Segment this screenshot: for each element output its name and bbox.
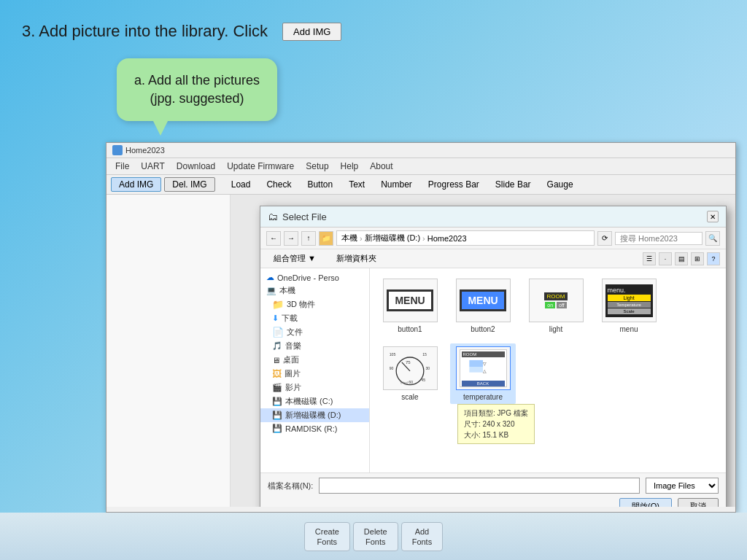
del-img-toolbar-btn[interactable]: Del. IMG <box>164 177 214 192</box>
file-thumb-temperature: ROOM ▽ △ BAC <box>456 346 511 390</box>
dialog-body: ☁ OneDrive - Perso 💻 本機 📁 3D 物件 ⬇ 下載 � <box>260 268 726 472</box>
file-name-temperature: temperature <box>463 393 503 401</box>
menu-uart[interactable]: UART <box>135 160 170 173</box>
file-temperature[interactable]: ROOM ▽ △ BAC <box>450 343 516 404</box>
sidebar-music[interactable]: 🎵 音樂 <box>260 339 369 353</box>
filename-input[interactable] <box>319 478 640 494</box>
svg-text:30: 30 <box>425 366 430 370</box>
sidebar-videos[interactable]: 🎬 影片 <box>260 381 369 394</box>
dialog-close-button[interactable]: ✕ <box>707 211 719 222</box>
content-area: 🗂 Select File ✕ ← → ↑ 📁 本機 › 新增 <box>107 195 735 507</box>
svg-text:75: 75 <box>406 360 411 365</box>
progress-bar-btn[interactable]: Progress Bar <box>421 178 487 191</box>
nav-forward-button[interactable]: → <box>284 231 298 246</box>
menu-about[interactable]: About <box>364 160 398 173</box>
svg-rect-11 <box>469 367 483 372</box>
svg-text:60: 60 <box>409 380 413 384</box>
temp-preview: ROOM ▽ △ BAC <box>460 349 507 387</box>
tooltip-type: 項目類型: JPG 檔案 <box>464 408 528 419</box>
footer-row2: 開啟(O) 取消 <box>268 498 719 507</box>
file-name-button2: button2 <box>471 325 495 333</box>
text-btn[interactable]: Text <box>341 178 372 191</box>
add-img-button[interactable]: Add IMG <box>282 23 341 41</box>
check-btn[interactable]: Check <box>259 178 298 191</box>
sidebar-downloads[interactable]: ⬇ 下載 <box>260 311 369 325</box>
menu1-preview: MENU <box>387 289 433 311</box>
add-fonts-button[interactable]: Add Fonts <box>401 522 444 551</box>
filetype-dropdown[interactable]: Image Files <box>646 478 719 494</box>
view-btn-5[interactable]: ? <box>707 252 720 265</box>
dialog-cancel-button[interactable]: 取消 <box>678 498 719 507</box>
menu-file[interactable]: File <box>109 160 135 173</box>
file-dialog: 🗂 Select File ✕ ← → ↑ 📁 本機 › 新增 <box>260 206 727 507</box>
delete-fonts-button[interactable]: Delete Fonts <box>353 522 398 551</box>
file-button2[interactable]: MENU button2 <box>450 276 516 336</box>
dialog-title: 🗂 Select File <box>268 211 327 222</box>
nav-search-input[interactable] <box>615 232 703 245</box>
app-toolbar: Add IMG Del. IMG Load Check Button Text … <box>107 175 735 195</box>
organize-btn[interactable]: 組合管理 ▼ <box>266 252 323 265</box>
number-btn[interactable]: Number <box>374 178 419 191</box>
view-btn-3[interactable]: ▤ <box>675 252 688 265</box>
nav-folder-icon: 📁 <box>319 231 333 246</box>
sidebar-3d[interactable]: 📁 3D 物件 <box>260 298 369 311</box>
button-btn[interactable]: Button <box>300 178 340 191</box>
file-menu[interactable]: menu. Light Temperature Scale menu <box>596 276 662 336</box>
file-name-menu: menu <box>619 325 638 333</box>
app-icon <box>112 145 123 155</box>
file-thumb-button2: MENU <box>456 279 511 322</box>
load-btn[interactable]: Load <box>224 178 258 191</box>
menu-update[interactable]: Update Firmware <box>221 160 300 173</box>
toolbar-left: Add IMG Del. IMG <box>111 177 215 192</box>
sidebar-desktop[interactable]: 🖥 桌面 <box>260 353 369 367</box>
dialog-title-text: Select File <box>282 211 327 222</box>
menu-download[interactable]: Download <box>171 160 221 173</box>
nav-refresh-button[interactable]: ⟳ <box>597 231 612 246</box>
breadcrumb-machine[interactable]: 本機 <box>341 233 357 244</box>
main-area: 🗂 Select File ✕ ← → ↑ 📁 本機 › 新增 <box>231 195 735 507</box>
file-button1[interactable]: MENU button1 <box>377 276 443 336</box>
view-btn-1[interactable]: ☰ <box>643 252 656 265</box>
toolbar-right: Load Check Button Text Number Progress B… <box>224 178 581 191</box>
menu-setup[interactable]: Setup <box>300 160 334 173</box>
slide-bar-btn[interactable]: Slide Bar <box>488 178 538 191</box>
toolbar2-left: 組合管理 ▼ 新增資料夾 <box>266 252 384 265</box>
sidebar-local-machine[interactable]: 💻 本機 <box>260 284 369 298</box>
step-number: 3. <box>22 22 35 40</box>
breadcrumb-drive[interactable]: 新增磁碟機 (D:) <box>365 233 420 244</box>
dialog-nav-bar: ← → ↑ 📁 本機 › 新增磁碟機 (D:) › Home2023 ⟳ <box>260 228 726 249</box>
dialog-footer: 檔案名稱(N): Image Files 開啟(O) 取消 <box>260 472 726 507</box>
nav-search-button[interactable]: 🔍 <box>705 231 720 246</box>
breadcrumb: 本機 › 新增磁碟機 (D:) › Home2023 <box>341 233 467 244</box>
svg-text:15: 15 <box>422 352 427 357</box>
sidebar-pictures[interactable]: 🖼 圖片 <box>260 367 369 381</box>
dialog-open-button[interactable]: 開啟(O) <box>619 498 672 507</box>
tooltip-line2: (jpg. suggested) <box>150 91 244 106</box>
file-name-light: light <box>549 325 562 333</box>
view-btn-4[interactable]: ⊞ <box>691 252 704 265</box>
sidebar-drive-c[interactable]: 💾 本機磁碟 (C:) <box>260 394 369 408</box>
nav-up-button[interactable]: ↑ <box>301 231 316 246</box>
svg-rect-10 <box>469 360 483 367</box>
nav-path: 本機 › 新增磁碟機 (D:) › Home2023 <box>336 230 595 246</box>
sidebar-ramdisk[interactable]: 💾 RAMDISK (R:) <box>260 422 369 435</box>
sidebar-drive-d[interactable]: 💾 新增磁碟機 (D:) <box>260 408 369 422</box>
file-name-scale: scale <box>401 393 418 401</box>
menu2-preview: MENU <box>460 289 506 311</box>
add-img-toolbar-btn[interactable]: Add IMG <box>111 177 161 192</box>
breadcrumb-folder[interactable]: Home2023 <box>427 234 467 243</box>
svg-text:▽: ▽ <box>483 362 487 366</box>
create-fonts-button[interactable]: Create Fonts <box>304 522 350 551</box>
sidebar-onedrive[interactable]: ☁ OneDrive - Perso <box>260 271 369 284</box>
view-btn-2[interactable]: · <box>659 252 672 265</box>
sidebar-documents[interactable]: 📄 文件 <box>260 325 369 339</box>
scale-preview: 105 15 30 45 60 90 75 (deg) <box>388 350 432 386</box>
file-light[interactable]: ROOM on off light <box>523 276 589 336</box>
nav-back-button[interactable]: ← <box>266 231 281 246</box>
gauge-btn[interactable]: Gauge <box>540 178 581 191</box>
light-preview: ROOM on off <box>544 292 568 308</box>
new-folder-btn[interactable]: 新增資料夾 <box>329 252 384 265</box>
menu-help[interactable]: Help <box>335 160 365 173</box>
dialog-title-bar: 🗂 Select File ✕ <box>260 206 726 228</box>
file-scale[interactable]: 105 15 30 45 60 90 75 (deg) <box>377 343 443 404</box>
